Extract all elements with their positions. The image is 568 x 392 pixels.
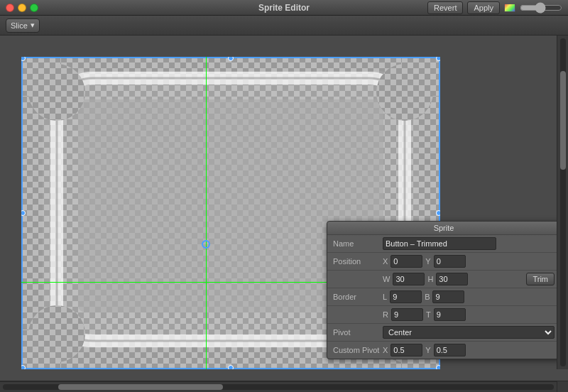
center-dot[interactable] <box>202 240 210 249</box>
horizontal-scrollbar-track <box>3 384 554 390</box>
slice-arrow-icon: ▾ <box>31 21 35 30</box>
svg-point-12 <box>376 64 433 121</box>
window-controls[interactable] <box>6 4 38 12</box>
bottom-bar <box>0 381 568 392</box>
sprite-panel: Sprite Name Position X Y <box>327 221 561 359</box>
b-label: B <box>425 293 430 301</box>
h-label: H <box>427 275 433 283</box>
pivot-row: Pivot Center Top Left Top Center Top Rig… <box>327 324 560 342</box>
y-input[interactable] <box>434 255 466 268</box>
cp-y-label: Y <box>425 346 430 354</box>
custom-pivot-label: Custom Pivot <box>333 346 383 354</box>
close-button[interactable] <box>6 4 14 12</box>
name-label: Name <box>333 239 383 248</box>
pivot-label: Pivot <box>333 328 383 337</box>
title-bar-actions: Revert Apply <box>427 1 562 14</box>
green-line-vertical <box>206 57 207 369</box>
r-input[interactable] <box>391 308 423 321</box>
svg-point-11 <box>28 64 85 121</box>
position-row: Position X Y <box>327 253 560 271</box>
sprite-panel-header: Sprite <box>327 222 560 235</box>
revert-button[interactable]: Revert <box>427 1 463 14</box>
corner-box <box>557 381 568 393</box>
border-fields-rt: R T <box>383 308 555 321</box>
position-fields: X Y <box>383 255 555 268</box>
maximize-button[interactable] <box>30 4 38 12</box>
x-label: X <box>383 257 388 266</box>
window-title: Sprite Editor <box>258 3 310 13</box>
custom-pivot-row: Custom Pivot X Y <box>327 342 560 359</box>
y-label: Y <box>425 257 430 266</box>
cp-y-input[interactable] <box>434 344 466 356</box>
apply-button[interactable]: Apply <box>467 1 500 14</box>
border-row-lb: Border L B <box>327 288 560 306</box>
vertical-scrollbar[interactable] <box>557 36 568 369</box>
t-input[interactable] <box>434 308 466 321</box>
minimize-button[interactable] <box>18 4 26 12</box>
position-label: Position <box>333 257 383 266</box>
pivot-fields: Center Top Left Top Center Top Right Lef… <box>383 326 555 339</box>
h-input[interactable] <box>436 273 468 285</box>
name-row: Name <box>327 235 560 253</box>
name-fields <box>383 237 555 250</box>
main-content: Sprite Name Position X Y <box>0 36 568 381</box>
title-bar: Sprite Editor Revert Apply <box>0 0 568 16</box>
name-input[interactable] <box>383 237 496 250</box>
border-label: Border <box>333 293 383 301</box>
toolbar: Slice ▾ <box>0 16 568 36</box>
slice-dropdown[interactable]: Slice ▾ <box>6 18 40 33</box>
custom-pivot-fields: X Y <box>383 344 555 356</box>
vertical-scrollbar-thumb[interactable] <box>560 71 566 170</box>
zoom-slider-container <box>520 3 562 13</box>
svg-point-13 <box>28 305 85 362</box>
x-input[interactable] <box>390 255 422 268</box>
wh-fields: W H Trim <box>383 273 555 285</box>
canvas-area[interactable]: Sprite Name Position X Y <box>0 36 568 381</box>
cp-x-input[interactable] <box>390 344 422 356</box>
w-label: W <box>383 275 390 283</box>
b-input[interactable] <box>432 290 464 303</box>
w-input[interactable] <box>393 273 425 285</box>
trim-button[interactable]: Trim <box>526 273 555 285</box>
r-label: R <box>383 310 388 319</box>
zoom-slider[interactable] <box>520 3 562 13</box>
pivot-select[interactable]: Center Top Left Top Center Top Right Lef… <box>383 326 555 339</box>
slice-label: Slice <box>11 21 28 30</box>
horizontal-scrollbar[interactable] <box>0 381 557 393</box>
horizontal-scrollbar-thumb[interactable] <box>58 384 224 390</box>
wh-row: W H Trim <box>327 271 560 288</box>
border-fields-lb: L B <box>383 290 555 303</box>
border-row-rt: R T <box>327 306 560 324</box>
cp-x-label: X <box>383 346 388 354</box>
t-label: T <box>426 310 431 319</box>
l-label: L <box>383 293 387 301</box>
vertical-scrollbar-track <box>560 38 566 366</box>
l-input[interactable] <box>390 290 422 303</box>
color-mode-icon[interactable] <box>504 4 515 12</box>
